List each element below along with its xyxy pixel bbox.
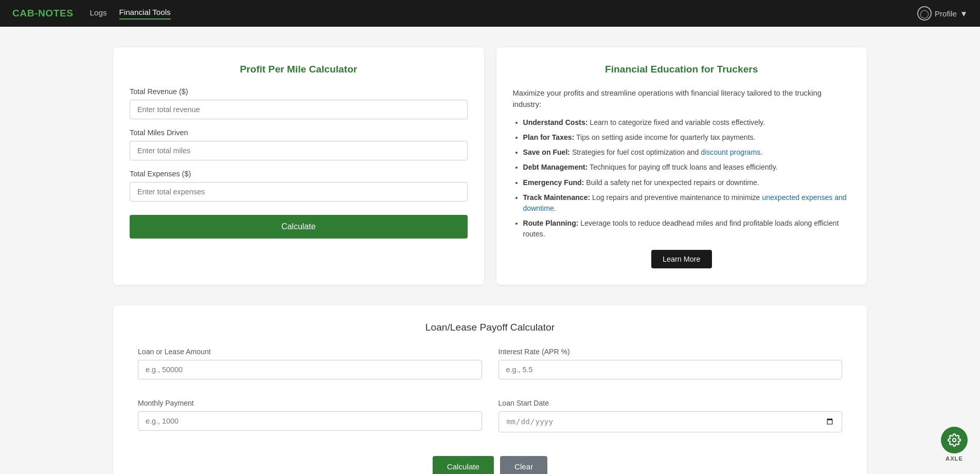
top-row: Profit Per Mile Calculator Total Revenue… <box>113 47 867 285</box>
loan-calculator-title: Loan/Lease Payoff Calculator <box>138 322 842 333</box>
profile-icon: ◯ <box>917 6 932 21</box>
list-item-bold: Route Planning: <box>523 219 579 227</box>
total-expenses-label: Total Expenses ($) <box>130 170 468 178</box>
list-item-bold: Debt Management: <box>523 163 588 171</box>
interest-rate-label: Interest Rate (APR %) <box>498 348 843 356</box>
monthly-payment-field: Monthly Payment <box>138 399 482 432</box>
total-expenses-field: Total Expenses ($) <box>130 170 468 202</box>
list-item: Track Maintenance: Log repairs and preve… <box>523 192 851 214</box>
total-expenses-input[interactable] <box>130 182 468 202</box>
total-miles-field: Total Miles Driven <box>130 129 468 160</box>
financial-education-intro: Maximize your profits and streamline ope… <box>513 87 851 110</box>
list-item-bold: Track Maintenance: <box>523 193 591 202</box>
profit-calculator-title: Profit Per Mile Calculator <box>130 64 468 75</box>
profit-calculator-card: Profit Per Mile Calculator Total Revenue… <box>113 47 484 285</box>
loan-start-date-input[interactable] <box>498 411 843 432</box>
monthly-payment-label: Monthly Payment <box>138 399 482 407</box>
main-content: Profit Per Mile Calculator Total Revenue… <box>0 27 980 474</box>
financial-education-title: Financial Education for Truckers <box>513 64 851 75</box>
total-miles-input[interactable] <box>130 141 468 160</box>
financial-education-list: Understand Costs: Learn to categorize fi… <box>513 117 851 240</box>
profit-calculate-button[interactable]: Calculate <box>130 215 468 239</box>
list-item: Debt Management: Techniques for paying o… <box>523 162 851 173</box>
list-item: Route Planning: Leverage tools to reduce… <box>523 218 851 240</box>
interest-rate-input[interactable] <box>498 360 843 379</box>
profile-chevron-icon: ▼ <box>960 9 968 18</box>
learn-more-button[interactable]: Learn More <box>651 250 712 268</box>
nav-links: Logs Financial Tools <box>90 8 917 20</box>
loan-amount-input[interactable] <box>138 360 482 379</box>
loan-calculate-button[interactable]: Calculate <box>433 456 494 474</box>
total-revenue-field: Total Revenue ($) <box>130 87 468 119</box>
app-logo: CAB-NOTES <box>12 8 74 19</box>
loan-button-row: Calculate Clear <box>138 456 842 474</box>
list-item-bold: Plan for Taxes: <box>523 133 575 141</box>
profile-menu[interactable]: ◯ Profile ▼ <box>917 6 968 21</box>
svg-point-0 <box>953 439 956 442</box>
loan-calculator-card: Loan/Lease Payoff Calculator Loan or Lea… <box>113 305 867 474</box>
list-item: Save on Fuel: Strategies for fuel cost o… <box>523 147 851 158</box>
list-item-bold: Save on Fuel: <box>523 148 571 156</box>
axle-fab-label: AXLE <box>946 455 963 462</box>
loan-amount-label: Loan or Lease Amount <box>138 348 482 356</box>
list-item: Understand Costs: Learn to categorize fi… <box>523 117 851 128</box>
navbar: CAB-NOTES Logs Financial Tools ◯ Profile… <box>0 0 980 27</box>
list-item-bold: Understand Costs: <box>523 118 588 126</box>
financial-education-card: Financial Education for Truckers Maximiz… <box>496 47 867 285</box>
loan-amount-field: Loan or Lease Amount <box>138 348 482 379</box>
total-miles-label: Total Miles Driven <box>130 129 468 137</box>
loan-start-date-field: Loan Start Date <box>498 399 843 432</box>
list-item: Plan for Taxes: Tips on setting aside in… <box>523 132 851 143</box>
loan-start-date-label: Loan Start Date <box>498 399 843 407</box>
total-revenue-input[interactable] <box>130 100 468 119</box>
monthly-payment-input[interactable] <box>138 411 482 431</box>
profile-label: Profile <box>935 9 957 18</box>
list-item-bold: Emergency Fund: <box>523 178 584 187</box>
nav-link-financial-tools[interactable]: Financial Tools <box>119 8 171 20</box>
nav-link-logs[interactable]: Logs <box>90 8 107 19</box>
loan-clear-button[interactable]: Clear <box>500 456 547 474</box>
axle-fab[interactable]: AXLE <box>941 427 968 462</box>
discount-link: discount programs <box>701 148 760 156</box>
interest-rate-field: Interest Rate (APR %) <box>498 348 843 379</box>
total-revenue-label: Total Revenue ($) <box>130 87 468 96</box>
loan-fields-grid: Loan or Lease Amount Interest Rate (APR … <box>138 348 842 441</box>
list-item: Emergency Fund: Build a safety net for u… <box>523 177 851 188</box>
axle-fab-icon <box>941 427 968 453</box>
